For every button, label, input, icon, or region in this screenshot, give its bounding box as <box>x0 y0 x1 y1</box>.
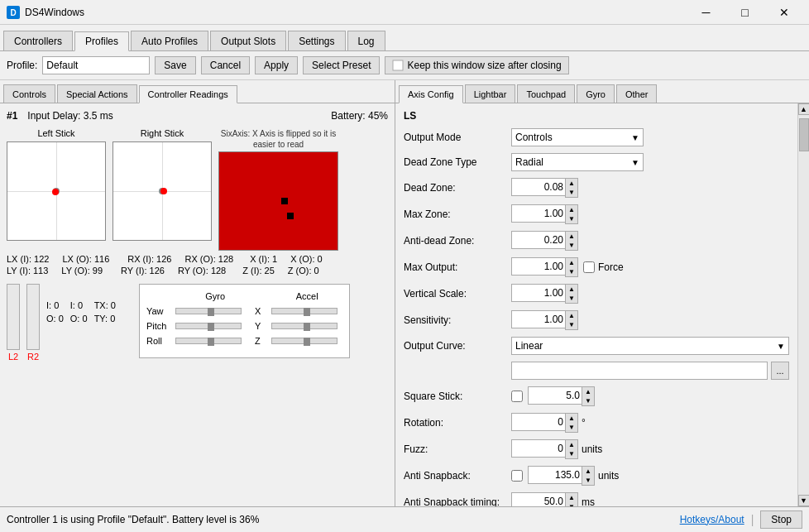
ry-o-val: 128 <box>211 266 226 276</box>
keep-size-button[interactable]: Keep this window size after closing <box>385 56 568 74</box>
controller-content: #1 Input Delay: 3.5 ms Battery: 45% Left… <box>0 103 395 506</box>
right-stick-display <box>112 141 212 241</box>
tab-gyro[interactable]: Gyro <box>577 84 615 103</box>
roll-row: Roll Z <box>146 336 342 346</box>
output-curve-dropdown[interactable]: Linear ▼ <box>511 337 789 355</box>
max-output-value[interactable]: 1.00 <box>511 257 565 276</box>
right-panel-inner: LS Output Mode Controls ▼ Dead Zone Type <box>395 103 809 506</box>
force-checkbox[interactable] <box>583 261 595 273</box>
scroll-up-button[interactable]: ▲ <box>798 103 810 115</box>
sensitivity-down[interactable]: ▼ <box>566 320 577 329</box>
output-curve-label: Output Curve: <box>404 340 511 352</box>
apply-button[interactable]: Apply <box>255 56 298 74</box>
dead-zone-type-label: Dead Zone Type <box>404 156 511 168</box>
rotation-up[interactable]: ▲ <box>566 414 577 423</box>
anti-dead-zone-down[interactable]: ▼ <box>566 241 577 250</box>
tab-other[interactable]: Other <box>616 84 658 103</box>
xo-val: 0 <box>318 254 323 264</box>
vertical-scale-down[interactable]: ▼ <box>566 294 577 303</box>
tab-controllers[interactable]: Controllers <box>3 31 73 50</box>
rotation-down[interactable]: ▼ <box>566 423 577 432</box>
left-stick-display <box>7 141 106 241</box>
tx-val: 0 <box>111 300 116 310</box>
output-mode-row: Output Mode Controls ▼ <box>404 128 789 146</box>
max-zone-down[interactable]: ▼ <box>566 214 577 223</box>
square-stick-up[interactable]: ▲ <box>582 387 594 396</box>
input-delay: Input Delay: 3.5 ms <box>27 110 112 122</box>
dead-zone-up[interactable]: ▲ <box>566 179 577 188</box>
ellipsis-button[interactable]: ... <box>771 362 789 380</box>
rotation-value[interactable]: 0 <box>511 413 565 431</box>
anti-snapback-down[interactable]: ▼ <box>582 476 594 485</box>
max-zone-up[interactable]: ▲ <box>566 205 577 214</box>
trigger-values: I: 0 O: 0 <box>46 300 64 324</box>
max-output-spinner: 1.00 ▲ ▼ <box>511 257 578 277</box>
y-label: Y <box>255 321 271 331</box>
tab-controller-readings[interactable]: Controller Readings <box>139 85 237 103</box>
cancel-button[interactable]: Cancel <box>201 56 250 74</box>
sixaxis-display <box>218 151 338 251</box>
profile-input[interactable] <box>42 56 150 74</box>
anti-dead-zone-up[interactable]: ▲ <box>566 232 577 241</box>
sensitivity-value[interactable]: 1.00 <box>511 310 565 328</box>
dropdown-arrow-icon: ▼ <box>631 133 639 142</box>
stop-button[interactable]: Stop <box>760 510 802 529</box>
maximize-button[interactable]: □ <box>726 0 764 25</box>
close-button[interactable]: ✕ <box>765 0 802 25</box>
square-stick-checkbox[interactable] <box>511 391 523 402</box>
dead-zone-value[interactable]: 0.08 <box>511 178 565 196</box>
dead-zone-down[interactable]: ▼ <box>566 188 577 197</box>
anti-snapback-timing-down[interactable]: ▼ <box>566 502 577 506</box>
lx-i-val: 122 <box>34 254 49 264</box>
rotation-unit: ° <box>582 417 586 429</box>
anti-snapback-spinner: 135.0 ▲ ▼ <box>528 466 595 486</box>
svg-rect-2 <box>393 60 403 70</box>
status-bar: Controller 1 is using Profile "Default".… <box>0 506 809 531</box>
scrollbar[interactable]: ▲ ▼ <box>797 103 809 506</box>
gyro-header: Gyro Accel <box>146 291 342 301</box>
anti-snapback-timing-value[interactable]: 50.0 <box>511 492 565 506</box>
tab-profiles[interactable]: Profiles <box>74 31 129 51</box>
tab-special-actions[interactable]: Special Actions <box>57 84 137 103</box>
scroll-down-button[interactable]: ▼ <box>798 495 810 506</box>
vertical-scale-up[interactable]: ▲ <box>566 285 577 294</box>
max-output-label: Max Output: <box>404 261 511 273</box>
tab-touchpad[interactable]: Touchpad <box>517 84 575 103</box>
tab-controls[interactable]: Controls <box>3 84 55 103</box>
dead-zone-type-dropdown[interactable]: Radial ▼ <box>511 153 644 171</box>
r2-label: R2 <box>27 352 39 362</box>
tab-output-slots[interactable]: Output Slots <box>210 31 286 50</box>
sensitivity-up[interactable]: ▲ <box>566 311 577 320</box>
anti-snapback-timing-up[interactable]: ▲ <box>566 493 577 502</box>
max-zone-value[interactable]: 1.00 <box>511 204 565 223</box>
fuzz-down[interactable]: ▼ <box>566 449 577 458</box>
vertical-scale-value[interactable]: 1.00 <box>511 284 565 302</box>
output-curve-textbox[interactable] <box>511 362 768 380</box>
anti-dead-zone-value[interactable]: 0.20 <box>511 231 565 249</box>
save-button[interactable]: Save <box>155 56 195 74</box>
right-stick-container: Right Stick <box>112 128 212 241</box>
tab-auto-profiles[interactable]: Auto Profiles <box>131 31 208 50</box>
max-output-up[interactable]: ▲ <box>566 258 577 267</box>
max-output-down[interactable]: ▼ <box>566 267 577 276</box>
fuzz-value[interactable]: 0 <box>511 439 565 458</box>
square-stick-value[interactable]: 5.0 <box>528 386 582 405</box>
tab-axis-config[interactable]: Axis Config <box>399 85 463 103</box>
minimize-button[interactable]: ─ <box>687 0 725 25</box>
hotkeys-link[interactable]: Hotkeys/About <box>680 514 744 525</box>
anti-snapback-checkbox[interactable] <box>511 470 523 482</box>
tab-lightbar[interactable]: Lightbar <box>465 84 516 103</box>
sixaxis-label: SixAxis: X Axis is flipped so it is easi… <box>218 128 338 150</box>
scrollbar-thumb[interactable] <box>799 118 809 151</box>
tab-log[interactable]: Log <box>347 31 385 50</box>
anti-snapback-row: Anti Snapback: 135.0 ▲ ▼ units <box>404 466 789 486</box>
tab-settings[interactable]: Settings <box>288 31 345 50</box>
anti-snapback-up[interactable]: ▲ <box>582 467 594 476</box>
output-mode-dropdown[interactable]: Controls ▼ <box>511 128 644 146</box>
left-stick-dot <box>52 189 59 195</box>
anti-snapback-value[interactable]: 135.0 <box>528 466 582 484</box>
select-preset-button[interactable]: Select Preset <box>303 56 380 74</box>
square-stick-down[interactable]: ▼ <box>582 396 594 405</box>
fuzz-up[interactable]: ▲ <box>566 440 577 449</box>
yaw-label: Yaw <box>146 306 175 316</box>
